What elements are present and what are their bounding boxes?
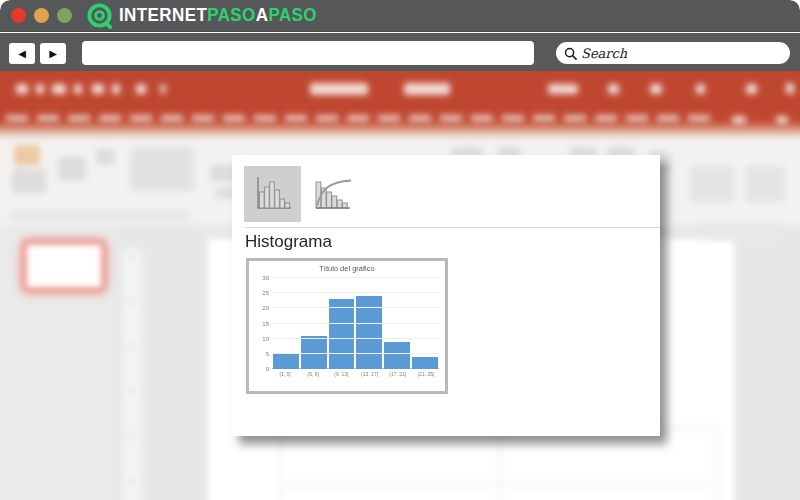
histogram-chart-type-button[interactable] — [244, 166, 301, 222]
histogram-bar — [412, 357, 438, 369]
gridline — [272, 277, 439, 278]
histogram-bar — [329, 299, 355, 369]
close-button[interactable] — [11, 8, 26, 23]
blur-blob — [36, 84, 44, 94]
browser-toolbar: ◀ ▶ Search — [0, 33, 800, 72]
logo-icon — [86, 2, 113, 29]
ribbon-fade — [0, 121, 800, 141]
chart-title: Título del gráfico — [249, 264, 445, 273]
blur-blob — [12, 169, 46, 193]
search-icon — [564, 47, 577, 60]
x-tick-label: [1, 5] — [272, 371, 298, 377]
blur-blob — [696, 84, 705, 94]
x-tick-label: (9, 13] — [328, 371, 354, 377]
blur-blob — [690, 166, 734, 202]
y-tick-label: 25 — [262, 290, 269, 296]
blur-blob — [14, 145, 40, 165]
blur-blob — [74, 84, 82, 94]
blur-blob — [786, 83, 794, 94]
blur-blob — [96, 149, 114, 165]
browser-window: INTERNETPASOAPASO ◀ ▶ Search — [0, 0, 800, 500]
blur-blob — [136, 84, 146, 94]
histogram-preview-card[interactable]: Título del gráfico 051015202530 [1, 5](5… — [246, 258, 448, 394]
y-tick-label: 0 — [266, 366, 269, 372]
gridline — [272, 307, 439, 308]
search-placeholder: Search — [581, 46, 627, 61]
histogram-bar — [384, 342, 410, 369]
gridline — [272, 292, 439, 293]
site-logo: INTERNETPASOAPASO — [86, 2, 317, 29]
search-input[interactable]: Search — [556, 42, 790, 64]
forward-button[interactable]: ▶ — [40, 43, 66, 64]
slide-table — [280, 427, 718, 500]
blur-blob — [112, 84, 120, 94]
blur-blob — [700, 221, 780, 241]
blur-blob — [732, 116, 746, 123]
blur-blob — [650, 84, 662, 94]
blur-blob — [776, 116, 788, 123]
y-tick-label: 15 — [262, 321, 269, 327]
minimize-button[interactable] — [34, 8, 49, 23]
logo-text: INTERNETPASOAPASO — [119, 5, 317, 26]
gridline — [272, 338, 439, 339]
histogram-bar — [273, 354, 299, 369]
blur-blob — [160, 84, 166, 94]
section-title: Histograma — [245, 232, 332, 252]
y-tick-label: 10 — [262, 336, 269, 342]
blur-blob — [58, 157, 86, 181]
ppt-ribbon — [0, 71, 800, 121]
vertical-ruler — [122, 249, 142, 500]
address-bar[interactable] — [82, 41, 534, 65]
x-tick-label: (5, 9] — [300, 371, 326, 377]
back-button[interactable]: ◀ — [9, 43, 35, 64]
blur-blob — [746, 84, 757, 94]
blur-blob — [52, 84, 66, 94]
gridline — [272, 323, 439, 324]
blur-blob — [404, 83, 450, 95]
blur-blob — [16, 84, 28, 94]
x-axis-labels: [1, 5](5, 9](9, 13](13, 17](17, 21](21, … — [272, 371, 439, 377]
x-tick-label: (13, 17] — [357, 371, 383, 377]
blur-blob — [92, 84, 104, 94]
zoom-button[interactable] — [57, 8, 72, 23]
blur-blob — [310, 83, 368, 95]
blur-blob — [548, 84, 578, 94]
gridline — [272, 353, 439, 354]
chart-insert-dialog: Histograma Título del gráfico 0510152025… — [232, 155, 660, 436]
pareto-chart-type-button[interactable] — [308, 168, 360, 220]
histogram-icon — [253, 175, 293, 213]
x-tick-label: (17, 21] — [385, 371, 411, 377]
blur-blob — [10, 211, 190, 221]
blur-blob — [130, 147, 194, 191]
slide-thumbnail — [24, 242, 104, 290]
blur-blob — [745, 166, 785, 202]
blur-blob — [608, 84, 619, 94]
dialog-divider — [245, 227, 660, 228]
window-titlebar: INTERNETPASOAPASO — [0, 0, 800, 32]
y-tick-label: 30 — [262, 275, 269, 281]
pareto-icon — [313, 175, 355, 213]
y-tick-label: 5 — [266, 351, 269, 357]
y-tick-label: 20 — [262, 305, 269, 311]
x-tick-label: (21, 25] — [413, 371, 439, 377]
plot-area: 051015202530 — [272, 278, 439, 369]
